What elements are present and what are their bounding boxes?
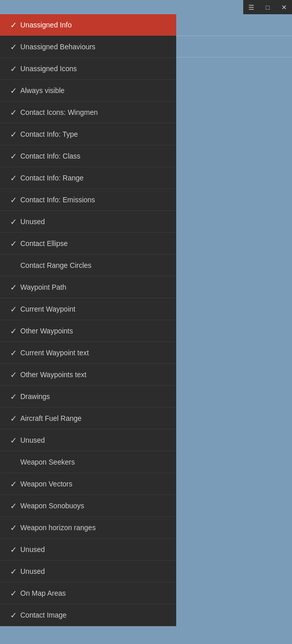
dropdown-menu: ✓Unassigned Info✓Unassigned Behaviours✓U… xyxy=(0,14,176,626)
check-icon-unused-2: ✓ xyxy=(6,436,20,445)
menu-item-unused-3[interactable]: ✓Unused xyxy=(0,539,176,561)
check-icon-unused-3: ✓ xyxy=(6,545,20,555)
menu-item-other-waypoints-text[interactable]: ✓Other Waypoints text xyxy=(0,364,176,386)
check-icon-contact-info-class: ✓ xyxy=(6,151,20,161)
menu-item-weapon-sonobuoys[interactable]: ✓Weapon Sonobuoys xyxy=(0,495,176,517)
check-icon-current-waypoint-text: ✓ xyxy=(6,348,20,358)
menu-item-always-visible[interactable]: ✓Always visible xyxy=(0,80,176,102)
menu-item-label-aircraft-fuel-range: Aircraft Fuel Range xyxy=(20,414,170,422)
menu-item-label-unused-3: Unused xyxy=(20,545,170,554)
check-icon-unassigned-info: ✓ xyxy=(6,20,20,30)
check-icon-weapon-horizon-ranges: ✓ xyxy=(6,523,20,533)
check-icon-weapon-vectors: ✓ xyxy=(6,479,20,489)
maximize-button[interactable]: □ xyxy=(259,0,276,14)
menu-item-contact-info-emissions[interactable]: ✓Contact Info: Emissions xyxy=(0,189,176,211)
menu-item-contact-range-circles[interactable]: Contact Range Circles xyxy=(0,255,176,277)
menu-item-label-unassigned-icons: Unassigned Icons xyxy=(20,65,170,73)
check-icon-other-waypoints: ✓ xyxy=(6,326,20,336)
menu-item-label-weapon-sonobuoys: Weapon Sonobuoys xyxy=(20,502,170,510)
menu-item-label-drawings: Drawings xyxy=(20,392,170,401)
menu-item-on-map-areas[interactable]: ✓On Map Areas xyxy=(0,582,176,604)
check-icon-drawings: ✓ xyxy=(6,392,20,402)
menu-item-label-on-map-areas: On Map Areas xyxy=(20,589,170,597)
menu-item-label-unused-2: Unused xyxy=(20,436,170,444)
menu-item-label-unassigned-info: Unassigned Info xyxy=(20,21,170,29)
menu-item-label-other-waypoints: Other Waypoints xyxy=(20,327,170,335)
menu-item-label-current-waypoint-text: Current Waypoint text xyxy=(20,349,170,357)
menu-item-label-contact-icons-wingmen: Contact Icons: Wingmen xyxy=(20,108,170,116)
menu-item-label-waypoint-path: Waypoint Path xyxy=(20,283,170,291)
menu-item-label-contact-info-range: Contact Info: Range xyxy=(20,174,170,182)
menu-item-aircraft-fuel-range[interactable]: ✓Aircraft Fuel Range xyxy=(0,408,176,430)
hamburger-button[interactable]: ☰ xyxy=(243,0,259,14)
menu-item-label-contact-range-circles: Contact Range Circles xyxy=(20,261,170,269)
menu-item-unused-4[interactable]: ✓Unused xyxy=(0,561,176,582)
menu-item-contact-image[interactable]: ✓Contact Image xyxy=(0,604,176,626)
menu-item-current-waypoint[interactable]: ✓Current Waypoint xyxy=(0,298,176,320)
check-icon-on-map-areas: ✓ xyxy=(6,589,20,598)
menu-item-contact-icons-wingmen[interactable]: ✓Contact Icons: Wingmen xyxy=(0,102,176,124)
menu-item-label-contact-info-class: Contact Info: Class xyxy=(20,152,170,160)
menu-item-contact-info-range[interactable]: ✓Contact Info: Range xyxy=(0,167,176,189)
menu-item-current-waypoint-text[interactable]: ✓Current Waypoint text xyxy=(0,342,176,364)
menu-item-contact-ellipse[interactable]: ✓Contact Ellipse xyxy=(0,233,176,255)
menu-item-label-contact-info-type: Contact Info: Type xyxy=(20,130,170,138)
menu-item-label-contact-ellipse: Contact Ellipse xyxy=(20,239,170,248)
check-icon-unassigned-behaviours: ✓ xyxy=(6,42,20,52)
menu-item-drawings[interactable]: ✓Drawings xyxy=(0,386,176,408)
menu-item-label-contact-image: Contact Image xyxy=(20,611,170,619)
menu-item-unassigned-behaviours[interactable]: ✓Unassigned Behaviours xyxy=(0,36,176,58)
menu-item-weapon-vectors[interactable]: ✓Weapon Vectors xyxy=(0,473,176,495)
check-icon-contact-info-range: ✓ xyxy=(6,173,20,183)
menu-item-contact-info-type[interactable]: ✓Contact Info: Type xyxy=(0,124,176,145)
menu-item-unused-1[interactable]: ✓Unused xyxy=(0,211,176,233)
check-icon-contact-info-emissions: ✓ xyxy=(6,195,20,205)
menu-item-weapon-seekers[interactable]: Weapon Seekers xyxy=(0,451,176,473)
menu-item-waypoint-path[interactable]: ✓Waypoint Path xyxy=(0,277,176,298)
menu-item-label-weapon-seekers: Weapon Seekers xyxy=(20,458,170,466)
check-icon-current-waypoint: ✓ xyxy=(6,304,20,314)
menu-item-weapon-horizon-ranges[interactable]: ✓Weapon horizon ranges xyxy=(0,517,176,539)
menu-item-label-unused-4: Unused xyxy=(20,567,170,575)
check-icon-contact-icons-wingmen: ✓ xyxy=(6,108,20,117)
check-icon-unassigned-icons: ✓ xyxy=(6,64,20,74)
menu-item-label-always-visible: Always visible xyxy=(20,86,170,95)
map-area xyxy=(176,14,292,644)
check-icon-unused-1: ✓ xyxy=(6,217,20,227)
menu-item-label-other-waypoints-text: Other Waypoints text xyxy=(20,371,170,379)
menu-item-unassigned-icons[interactable]: ✓Unassigned Icons xyxy=(0,58,176,80)
check-icon-unused-4: ✓ xyxy=(6,567,20,576)
menu-item-label-contact-info-emissions: Contact Info: Emissions xyxy=(20,196,170,204)
close-button[interactable]: ✕ xyxy=(276,0,292,14)
check-icon-aircraft-fuel-range: ✓ xyxy=(6,414,20,423)
menu-item-other-waypoints[interactable]: ✓Other Waypoints xyxy=(0,320,176,342)
check-icon-contact-ellipse: ✓ xyxy=(6,239,20,249)
menu-item-contact-info-class[interactable]: ✓Contact Info: Class xyxy=(0,145,176,167)
menu-item-unassigned-info[interactable]: ✓Unassigned Info xyxy=(0,14,176,36)
menu-item-label-unassigned-behaviours: Unassigned Behaviours xyxy=(20,43,170,51)
check-icon-contact-info-type: ✓ xyxy=(6,130,20,139)
check-icon-always-visible: ✓ xyxy=(6,86,20,96)
top-bar: ☰ □ ✕ xyxy=(243,0,292,14)
check-icon-weapon-sonobuoys: ✓ xyxy=(6,501,20,511)
check-icon-waypoint-path: ✓ xyxy=(6,283,20,292)
menu-item-label-weapon-horizon-ranges: Weapon horizon ranges xyxy=(20,524,170,532)
map-divider-1 xyxy=(176,36,292,36)
menu-item-label-weapon-vectors: Weapon Vectors xyxy=(20,480,170,488)
menu-item-label-current-waypoint: Current Waypoint xyxy=(20,305,170,313)
check-icon-contact-image: ✓ xyxy=(6,610,20,620)
menu-item-unused-2[interactable]: ✓Unused xyxy=(0,430,176,451)
menu-item-label-unused-1: Unused xyxy=(20,218,170,226)
map-divider-2 xyxy=(176,57,292,57)
check-icon-other-waypoints-text: ✓ xyxy=(6,370,20,380)
